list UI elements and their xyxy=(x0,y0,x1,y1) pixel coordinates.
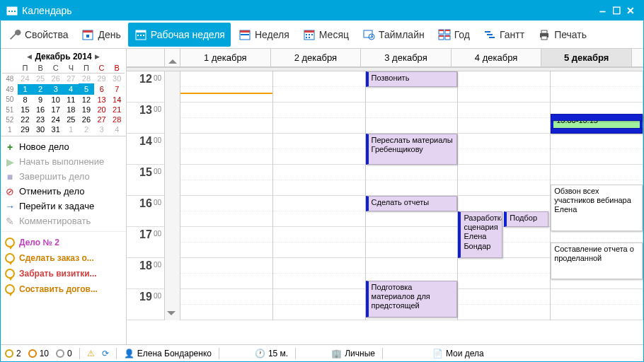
maximize-button[interactable]: ☐ xyxy=(609,5,623,16)
mini-cal-day[interactable]: 1 xyxy=(18,84,33,95)
mini-cal-day[interactable]: 2 xyxy=(33,84,48,95)
gantt-view-button[interactable]: Гантт xyxy=(477,23,530,47)
mini-cal-day[interactable]: 27 xyxy=(64,74,79,84)
calendar-event[interactable] xyxy=(551,114,643,121)
mini-cal-day[interactable]: 19 xyxy=(79,105,94,115)
mini-cal-day[interactable]: 6 xyxy=(94,84,110,95)
mini-cal-day[interactable]: 1 xyxy=(64,124,79,134)
calendar-event[interactable]: Разработка сценария Елена Бондар xyxy=(458,211,502,258)
comment-action[interactable]: ✎Комментировать xyxy=(5,214,122,228)
workweek-view-button[interactable]: Рабочая неделя xyxy=(128,23,231,47)
day-column[interactable]: Разработка сценария Елена БондарПодбор xyxy=(458,71,551,320)
timeline-view-button[interactable]: Таймлайн xyxy=(356,23,430,47)
mini-cal-day[interactable]: 4 xyxy=(109,124,125,134)
mini-cal-day[interactable]: 24 xyxy=(48,115,64,124)
mini-cal-day[interactable]: 30 xyxy=(109,74,125,84)
calendar-event[interactable]: Сделать отчеты xyxy=(366,196,458,211)
mini-cal-day[interactable]: 3 xyxy=(94,124,110,134)
mini-cal-row[interactable]: 5115161718192021 xyxy=(2,105,125,115)
day-header[interactable]: 5 декабря xyxy=(541,49,632,66)
mini-cal-day[interactable]: 26 xyxy=(48,74,64,84)
mini-cal-day[interactable]: 11 xyxy=(64,95,79,105)
properties-button[interactable]: Свойства xyxy=(2,23,74,47)
finish-action[interactable]: ■Завершить дело xyxy=(5,169,122,184)
task-item[interactable]: Сделать заказ о... xyxy=(5,250,122,266)
mini-cal-day[interactable]: 4 xyxy=(64,84,79,95)
day-column[interactable]: 13:00-13:15Обзвон всех участников вебина… xyxy=(551,71,643,320)
goto-action[interactable]: →Перейти к задаче xyxy=(5,199,122,214)
mini-cal-row[interactable]: 4824252627282930 xyxy=(2,74,125,84)
mini-cal-day[interactable]: 20 xyxy=(94,105,110,115)
day-column[interactable]: ПозвонитьПереслать материалы Гребенщиков… xyxy=(366,71,459,320)
mini-cal-day[interactable]: 25 xyxy=(33,74,48,84)
week-view-button[interactable]: Неделя xyxy=(232,23,295,47)
status-calendar[interactable]: 🏢Личные xyxy=(331,349,375,358)
mini-cal-day[interactable]: 22 xyxy=(18,115,33,124)
print-button[interactable]: Печать xyxy=(531,23,592,47)
mini-cal-day[interactable]: 29 xyxy=(18,124,33,134)
new-task-action[interactable]: +Новое дело xyxy=(5,139,122,154)
minimize-button[interactable]: ‒ xyxy=(595,5,609,16)
allday-expand-icon[interactable] xyxy=(167,309,176,319)
mini-cal-row[interactable]: 491234567 xyxy=(2,84,125,95)
day-header[interactable]: 1 декабря xyxy=(180,49,271,66)
status-duration[interactable]: 🕐15 м. xyxy=(255,349,288,358)
status-filter[interactable]: 📄Мои дела xyxy=(432,349,484,358)
day-column[interactable] xyxy=(273,71,366,320)
day-header[interactable]: 3 декабря xyxy=(361,49,452,66)
mini-cal-day[interactable]: 10 xyxy=(48,95,64,105)
mini-cal-day[interactable]: 30 xyxy=(33,124,48,134)
calendar-event[interactable]: Подбор xyxy=(504,211,548,227)
calendar-event[interactable]: Подготовка материалов для предстоящей xyxy=(366,281,458,317)
mini-cal-day[interactable]: 12 xyxy=(79,95,94,105)
mini-cal-day[interactable]: 17 xyxy=(48,105,64,115)
mini-cal-day[interactable]: 8 xyxy=(18,95,33,105)
calendar-event[interactable]: Составление отчета о проделанной xyxy=(551,243,643,279)
day-column[interactable] xyxy=(180,71,273,320)
mini-cal-day[interactable]: 27 xyxy=(94,115,110,124)
year-view-button[interactable]: Год xyxy=(432,23,476,47)
mini-cal-day[interactable]: 21 xyxy=(109,105,125,115)
mini-cal-day[interactable]: 24 xyxy=(18,74,33,84)
warning-indicator[interactable]: ⚠ xyxy=(87,349,95,358)
mini-cal-row[interactable]: 5222232425262728 xyxy=(2,115,125,124)
mini-cal-day[interactable]: 26 xyxy=(79,115,94,124)
next-month-button[interactable]: ▶ xyxy=(95,53,100,60)
mini-cal-day[interactable]: 5 xyxy=(79,84,94,95)
day-header[interactable]: 2 декабря xyxy=(271,49,362,66)
month-view-button[interactable]: Месяц xyxy=(297,23,355,47)
mini-cal-day[interactable]: 18 xyxy=(64,105,79,115)
mini-cal-day[interactable]: 13 xyxy=(94,95,110,105)
close-button[interactable]: ✕ xyxy=(623,5,638,16)
prev-month-button[interactable]: ◀ xyxy=(27,53,32,60)
day-view-button[interactable]: День xyxy=(75,23,126,47)
mini-cal-row[interactable]: 12930311234 xyxy=(2,124,125,134)
mini-cal-day[interactable]: 7 xyxy=(109,84,125,95)
mini-cal-day[interactable]: 14 xyxy=(109,95,125,105)
status-user[interactable]: 👤Елена Бондаренко xyxy=(124,349,212,358)
mini-cal-day[interactable]: 16 xyxy=(33,105,48,115)
task-item[interactable]: Дело № 2 xyxy=(5,235,122,250)
refresh-indicator[interactable]: ⟳ xyxy=(102,349,109,358)
task-item[interactable]: Составить догов... xyxy=(5,281,122,297)
mini-cal-day[interactable]: 15 xyxy=(18,105,33,115)
mini-cal-day[interactable]: 31 xyxy=(48,124,64,134)
allday-column[interactable] xyxy=(165,71,180,320)
mini-cal-day[interactable]: 9 xyxy=(33,95,48,105)
mini-cal-row[interactable]: 50891011121314 xyxy=(2,95,125,105)
mini-cal-day[interactable]: 2 xyxy=(79,124,94,134)
start-action[interactable]: ▶Начать выполнение xyxy=(5,154,122,169)
mini-cal-day[interactable]: 28 xyxy=(79,74,94,84)
calendar-event[interactable] xyxy=(551,128,643,134)
mini-cal-day[interactable]: 28 xyxy=(109,115,125,124)
mini-cal-day[interactable]: 25 xyxy=(64,115,79,124)
calendar-event[interactable]: Позвонить xyxy=(366,71,458,87)
mini-calendar[interactable]: ◀ Декабрь 2014 ▶ ПВСЧПСВ4824252627282930… xyxy=(1,49,126,136)
calendar-event[interactable]: Обзвон всех участников вебинара Елена xyxy=(551,185,643,231)
task-item[interactable]: Забрать визитки... xyxy=(5,266,122,281)
mini-cal-day[interactable]: 29 xyxy=(94,74,110,84)
mini-cal-day[interactable]: 3 xyxy=(48,84,64,95)
calendar-event[interactable]: Переслать материалы Гребенщикову xyxy=(366,134,458,165)
day-header[interactable]: 4 декабря xyxy=(452,49,542,66)
mini-cal-day[interactable]: 23 xyxy=(33,115,48,124)
